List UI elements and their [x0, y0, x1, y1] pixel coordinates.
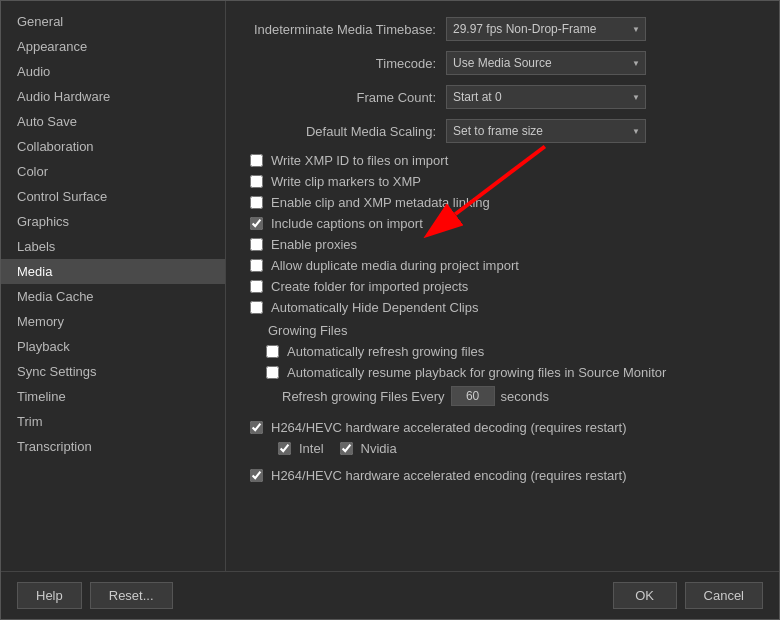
preferences-dialog: GeneralAppearanceAudioAudio HardwareAuto…: [0, 0, 780, 620]
growing-files-label: Growing Files: [268, 323, 759, 338]
form-label-timecode: Timecode:: [246, 56, 436, 71]
sidebar-item-auto-save[interactable]: Auto Save: [1, 109, 225, 134]
sidebar-item-labels[interactable]: Labels: [1, 234, 225, 259]
h264-decode-checkbox[interactable]: [250, 421, 263, 434]
enable-proxies-checkbox[interactable]: [250, 238, 263, 251]
form-label-indeterminate: Indeterminate Media Timebase:: [246, 22, 436, 37]
footer-right: OK Cancel: [613, 582, 763, 609]
footer-left: Help Reset...: [17, 582, 173, 609]
create-folder-label: Create folder for imported projects: [271, 279, 468, 294]
refresh-unit: seconds: [501, 389, 549, 404]
checkbox-row-include-captions: Include captions on import: [246, 216, 759, 231]
dialog-body: GeneralAppearanceAudioAudio HardwareAuto…: [1, 1, 779, 571]
write-clip-markers-label: Write clip markers to XMP: [271, 174, 421, 189]
sidebar-item-audio[interactable]: Audio: [1, 59, 225, 84]
sidebar-item-appearance[interactable]: Appearance: [1, 34, 225, 59]
checkbox-row-enable-proxies: Enable proxies: [246, 237, 759, 252]
sub-checkbox-intel: Intel: [278, 441, 324, 456]
intel-label: Intel: [299, 441, 324, 456]
auto-refresh-label: Automatically refresh growing files: [287, 344, 484, 359]
select-wrapper-timecode: Use Media SourceDrop FrameNon Drop Frame: [446, 51, 646, 75]
sidebar-item-sync-settings[interactable]: Sync Settings: [1, 359, 225, 384]
main-content: Indeterminate Media Timebase:29.97 fps N…: [226, 1, 779, 571]
h264-encode-checkbox[interactable]: [250, 469, 263, 482]
auto-resume-label: Automatically resume playback for growin…: [287, 365, 666, 380]
sidebar-item-media-cache[interactable]: Media Cache: [1, 284, 225, 309]
include-captions-label: Include captions on import: [271, 216, 423, 231]
sidebar-item-control-surface[interactable]: Control Surface: [1, 184, 225, 209]
sub-checkbox-nvidia: Nvidia: [340, 441, 397, 456]
nvidia-checkbox[interactable]: [340, 442, 353, 455]
hardware-section: H264/HEVC hardware accelerated decoding …: [246, 420, 759, 483]
h264-encode-label: H264/HEVC hardware accelerated encoding …: [271, 468, 627, 483]
sidebar-item-audio-hardware[interactable]: Audio Hardware: [1, 84, 225, 109]
refresh-input[interactable]: [451, 386, 495, 406]
form-row-timecode: Timecode:Use Media SourceDrop FrameNon D…: [246, 51, 759, 75]
hardware-checkbox-row-h264-encode: H264/HEVC hardware accelerated encoding …: [246, 468, 759, 483]
timecode-select[interactable]: Use Media SourceDrop FrameNon Drop Frame: [446, 51, 646, 75]
create-folder-checkbox[interactable]: [250, 280, 263, 293]
sidebar-item-playback[interactable]: Playback: [1, 334, 225, 359]
sidebar-item-general[interactable]: General: [1, 9, 225, 34]
frame-count-select[interactable]: Start at 0Start at 1: [446, 85, 646, 109]
growing-checkbox-row-auto-resume: Automatically resume playback for growin…: [246, 365, 759, 380]
write-clip-markers-checkbox[interactable]: [250, 175, 263, 188]
intel-checkbox[interactable]: [278, 442, 291, 455]
form-label-default-scaling: Default Media Scaling:: [246, 124, 436, 139]
checkbox-row-write-clip-markers: Write clip markers to XMP: [246, 174, 759, 189]
indeterminate-select[interactable]: 29.97 fps Non-Drop-Frame23.976 fps Non-D…: [446, 17, 646, 41]
form-label-frame-count: Frame Count:: [246, 90, 436, 105]
help-button[interactable]: Help: [17, 582, 82, 609]
auto-hide-label: Automatically Hide Dependent Clips: [271, 300, 478, 315]
write-xmp-checkbox[interactable]: [250, 154, 263, 167]
h264-decode-label: H264/HEVC hardware accelerated decoding …: [271, 420, 627, 435]
enable-clip-xmp-checkbox[interactable]: [250, 196, 263, 209]
form-row-frame-count: Frame Count:Start at 0Start at 1: [246, 85, 759, 109]
sidebar-item-media[interactable]: Media: [1, 259, 225, 284]
reset-button[interactable]: Reset...: [90, 582, 173, 609]
include-captions-checkbox[interactable]: [250, 217, 263, 230]
form-row-default-scaling: Default Media Scaling:Set to frame sizeS…: [246, 119, 759, 143]
refresh-label: Refresh growing Files Every: [282, 389, 445, 404]
checkbox-row-allow-duplicate: Allow duplicate media during project imp…: [246, 258, 759, 273]
refresh-row: Refresh growing Files Everyseconds: [246, 386, 759, 406]
ok-button[interactable]: OK: [613, 582, 677, 609]
checkbox-row-write-xmp: Write XMP ID to files on import: [246, 153, 759, 168]
growing-checkbox-row-auto-refresh: Automatically refresh growing files: [246, 344, 759, 359]
sidebar-item-timeline[interactable]: Timeline: [1, 384, 225, 409]
sub-hw-row: IntelNvidia: [246, 441, 759, 462]
cancel-button[interactable]: Cancel: [685, 582, 763, 609]
dialog-footer: Help Reset... OK Cancel: [1, 571, 779, 619]
sidebar-item-memory[interactable]: Memory: [1, 309, 225, 334]
sidebar: GeneralAppearanceAudioAudio HardwareAuto…: [1, 1, 226, 571]
enable-clip-xmp-label: Enable clip and XMP metadata linking: [271, 195, 490, 210]
sidebar-item-graphics[interactable]: Graphics: [1, 209, 225, 234]
allow-duplicate-checkbox[interactable]: [250, 259, 263, 272]
sidebar-item-trim[interactable]: Trim: [1, 409, 225, 434]
default-scaling-select[interactable]: Set to frame sizeScale to fitScale to fi…: [446, 119, 646, 143]
auto-refresh-checkbox[interactable]: [266, 345, 279, 358]
select-wrapper-default-scaling: Set to frame sizeScale to fitScale to fi…: [446, 119, 646, 143]
sidebar-item-transcription[interactable]: Transcription: [1, 434, 225, 459]
hardware-checkbox-row-h264-decode: H264/HEVC hardware accelerated decoding …: [246, 420, 759, 435]
sidebar-item-color[interactable]: Color: [1, 159, 225, 184]
enable-proxies-label: Enable proxies: [271, 237, 357, 252]
auto-hide-checkbox[interactable]: [250, 301, 263, 314]
nvidia-label: Nvidia: [361, 441, 397, 456]
checkbox-row-enable-clip-xmp: Enable clip and XMP metadata linking: [246, 195, 759, 210]
checkbox-row-create-folder: Create folder for imported projects: [246, 279, 759, 294]
select-wrapper-frame-count: Start at 0Start at 1: [446, 85, 646, 109]
checkbox-row-auto-hide: Automatically Hide Dependent Clips: [246, 300, 759, 315]
write-xmp-label: Write XMP ID to files on import: [271, 153, 448, 168]
auto-resume-checkbox[interactable]: [266, 366, 279, 379]
sidebar-item-collaboration[interactable]: Collaboration: [1, 134, 225, 159]
form-row-indeterminate: Indeterminate Media Timebase:29.97 fps N…: [246, 17, 759, 41]
select-wrapper-indeterminate: 29.97 fps Non-Drop-Frame23.976 fps Non-D…: [446, 17, 646, 41]
allow-duplicate-label: Allow duplicate media during project imp…: [271, 258, 519, 273]
